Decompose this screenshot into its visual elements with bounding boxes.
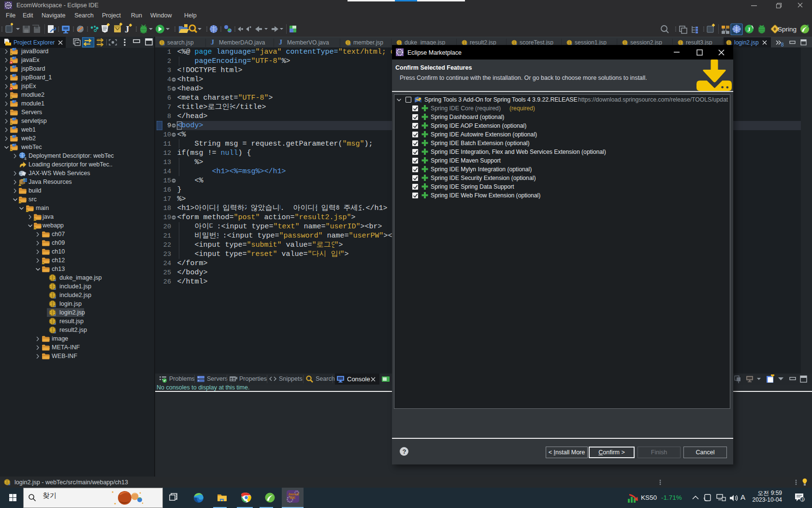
svg-text:Java EE: Java EE [288,493,299,496]
svg-text:?: ? [403,448,406,455]
svg-text:Spring: Spring [778,26,797,33]
svg-text:3: 3 [801,497,804,502]
svg-text:8: 8 [781,42,784,47]
svg-text:J: J [747,26,751,33]
svg-text:IDE: IDE [290,496,296,499]
svg-text:J: J [125,24,130,34]
svg-text:J: J [806,23,809,29]
